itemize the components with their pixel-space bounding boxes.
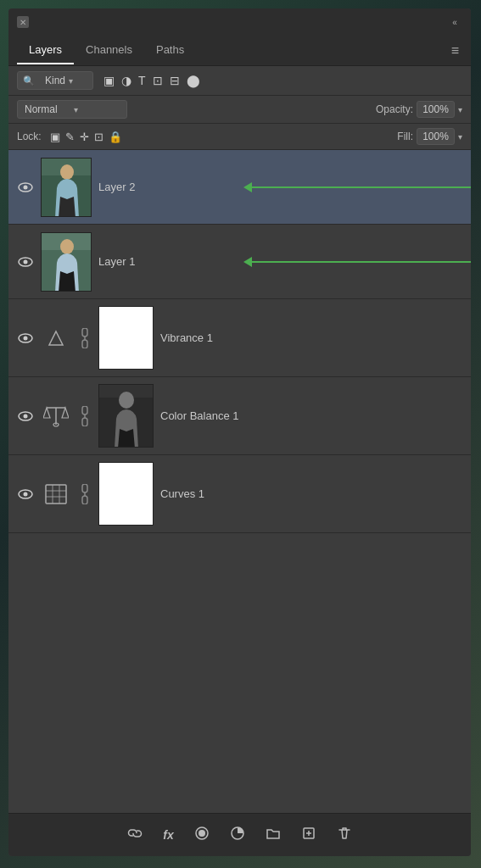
delete-layer-icon[interactable]: [333, 822, 355, 848]
fx-icon[interactable]: fx: [159, 825, 176, 845]
opacity-label: Opacity:: [376, 103, 413, 115]
panel-menu-icon[interactable]: ≡: [448, 40, 462, 62]
curves-chain-icon: [78, 482, 92, 506]
filter-pixel-icon[interactable]: ▣: [103, 74, 115, 87]
layer-item-curves1[interactable]: Curves 1: [8, 455, 471, 533]
filter-shape-icon[interactable]: ⊡: [153, 74, 163, 87]
layer-item-vibrance1[interactable]: Vibrance 1: [8, 299, 471, 377]
svg-point-28: [24, 492, 28, 496]
svg-point-11: [24, 336, 28, 340]
layers-list: Layer 2: [8, 150, 471, 813]
link-layers-icon[interactable]: [124, 822, 146, 848]
fill-control: Fill: 100% ▾: [397, 128, 462, 145]
vibrance-chain-icon: [78, 326, 92, 350]
fill-label: Fill:: [397, 131, 413, 142]
blend-mode-value: Normal: [25, 103, 70, 115]
opacity-control: Opacity: 100% ▾: [376, 101, 462, 118]
blend-mode-arrow-icon: ▾: [74, 105, 120, 114]
bottom-toolbar: fx: [8, 813, 471, 856]
visibility-icon-vibrance1[interactable]: [17, 330, 34, 347]
vibrance1-name: Vibrance 1: [160, 331, 462, 344]
kind-arrow-icon: ▾: [69, 76, 87, 86]
layers-panel: ✕ « Layers Channels Paths ≡ 🔍 Kind ▾ ▣ ◑…: [8, 8, 471, 856]
svg-rect-34: [82, 484, 87, 492]
svg-rect-35: [82, 496, 87, 504]
lock-label: Lock:: [17, 131, 42, 142]
lock-pixels-icon[interactable]: ▣: [50, 131, 60, 143]
lock-draw-icon[interactable]: ✎: [65, 131, 75, 143]
blend-mode-dropdown[interactable]: Normal ▾: [17, 100, 127, 119]
svg-rect-21: [82, 406, 87, 415]
svg-point-38: [199, 830, 205, 837]
close-button[interactable]: ✕: [17, 16, 29, 28]
layer2-thumbnail: [41, 158, 92, 217]
svg-point-1: [24, 185, 28, 189]
fill-value[interactable]: 100%: [417, 128, 455, 145]
svg-rect-22: [82, 418, 87, 426]
new-group-icon[interactable]: [262, 822, 284, 848]
search-icon: 🔍: [23, 75, 42, 86]
curves1-mask-thumbnail: [98, 462, 154, 526]
lock-move-icon[interactable]: ✛: [80, 131, 89, 143]
svg-point-6: [24, 259, 28, 264]
layer1-thumbnail: [41, 232, 92, 292]
visibility-icon-colorbalance1[interactable]: [17, 408, 34, 425]
colorbalance1-thumbnail: [98, 384, 154, 448]
lock-artboard-icon[interactable]: ⊡: [94, 131, 103, 143]
visibility-icon-layer2[interactable]: [17, 179, 34, 196]
visibility-icon-layer1[interactable]: [17, 253, 34, 270]
filter-misc-icon[interactable]: ⬤: [187, 74, 200, 87]
layer2-name: Layer 2: [98, 181, 462, 193]
kind-label: Kind: [45, 75, 65, 86]
collapse-button[interactable]: «: [447, 16, 462, 28]
vibrance-adj-icon: [41, 323, 71, 353]
layer1-name: Layer 1: [98, 255, 462, 268]
vibrance1-mask-thumbnail: [98, 306, 154, 370]
colorbalance-adj-icon: [41, 401, 71, 431]
blend-mode-row: Normal ▾ Opacity: 100% ▾: [8, 96, 471, 124]
new-adjustment-icon[interactable]: [227, 822, 249, 848]
fill-arrow-icon[interactable]: ▾: [458, 132, 462, 142]
layer-item-layer1[interactable]: Layer 1: [8, 225, 471, 299]
title-bar: ✕ «: [8, 8, 471, 36]
curves1-name: Curves 1: [160, 487, 462, 500]
lock-all-icon[interactable]: 🔒: [109, 131, 122, 143]
svg-rect-14: [82, 340, 87, 348]
curves-adj-icon: [41, 479, 71, 509]
lock-row: Lock: ▣ ✎ ✛ ⊡ 🔒 Fill: 100% ▾: [8, 124, 471, 150]
tabs-bar: Layers Channels Paths ≡: [8, 36, 471, 66]
layer-item-layer2[interactable]: Layer 2: [8, 150, 471, 225]
add-mask-icon[interactable]: [191, 822, 213, 848]
opacity-arrow-icon[interactable]: ▾: [458, 105, 462, 114]
svg-point-26: [119, 392, 134, 409]
filter-row: 🔍 Kind ▾ ▣ ◑ T ⊡ ⊟ ⬤: [8, 66, 471, 96]
tab-layers[interactable]: Layers: [17, 36, 74, 64]
filter-adjustment-icon[interactable]: ◑: [121, 74, 131, 87]
colorbalance1-name: Color Balance 1: [160, 409, 462, 422]
visibility-icon-curves1[interactable]: [17, 486, 34, 503]
colorbalance-chain-icon: [78, 404, 92, 428]
svg-rect-13: [82, 328, 87, 337]
svg-point-4: [60, 164, 74, 180]
svg-point-17: [24, 414, 28, 418]
svg-rect-29: [46, 485, 66, 504]
svg-marker-12: [49, 331, 63, 345]
svg-point-9: [60, 239, 74, 254]
opacity-value[interactable]: 100%: [417, 101, 455, 118]
kind-dropdown[interactable]: 🔍 Kind ▾: [17, 71, 93, 90]
tab-paths[interactable]: Paths: [144, 36, 196, 64]
tab-channels[interactable]: Channels: [74, 36, 144, 64]
filter-smartobj-icon[interactable]: ⊟: [170, 74, 180, 87]
layer-item-colorbalance1[interactable]: Color Balance 1: [8, 377, 471, 455]
new-layer-icon[interactable]: [298, 822, 320, 848]
filter-type-icon[interactable]: T: [138, 74, 146, 87]
filter-icons-group: ▣ ◑ T ⊡ ⊟ ⬤: [103, 74, 200, 87]
